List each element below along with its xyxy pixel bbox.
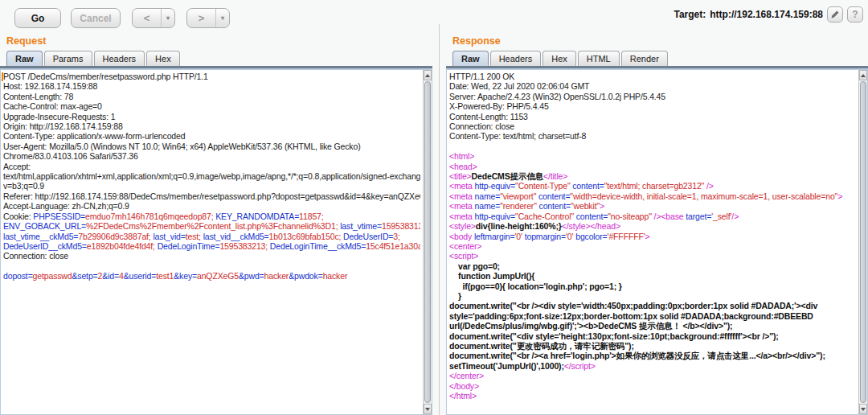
chevron-down-icon: ▾ <box>221 15 224 22</box>
request-scrollbar-thumb[interactable] <box>424 81 431 403</box>
code-line: function JumpUrl(){ <box>449 271 856 281</box>
code-line: last_vtime__ckMd5=7b29906d9c3887af; last… <box>3 232 420 241</box>
code-line: dopost=getpasswd&setp=2&id=4&userid=test… <box>3 271 420 281</box>
panel-divider[interactable] <box>439 24 440 415</box>
code-line: text/html,application/xhtml+xml,applicat… <box>3 171 420 181</box>
code-line: setTimeout('JumpUrl()',1000);</script> <box>449 361 856 371</box>
burp-repeater-window: Go Cancel < ▾ > ▾ Target: http://192.168… <box>0 0 868 415</box>
code-line: Accept: <box>3 162 420 171</box>
question-mark-icon: ? <box>852 9 858 20</box>
help-button[interactable]: ? <box>847 6 863 23</box>
code-line: DedeUserID__ckMd5=e1892b04fde4fd4f; Dede… <box>3 241 420 251</box>
request-editor[interactable]: POST /DedeCms/member/resetpassword.php H… <box>0 68 432 415</box>
code-line: <title>DedeCMS提示信息</title> <box>449 171 856 181</box>
code-line: document.write("<br /><a href='login.php… <box>449 351 856 360</box>
back-button[interactable]: < <box>133 9 161 27</box>
request-raw-text[interactable]: POST /DedeCms/member/resetpassword.php H… <box>3 72 420 413</box>
pencil-icon <box>830 10 840 19</box>
code-line: Origin: http://192.168.174.159:88 <box>3 121 420 131</box>
code-line: <meta http-equiv="Cache-Control" content… <box>449 212 856 221</box>
forward-split-button: > ▾ <box>186 8 230 28</box>
code-line: POST /DedeCms/member/resetpassword.php H… <box>3 72 420 81</box>
code-line: Upgrade-Insecure-Requests: 1 <box>3 112 420 121</box>
target-url: http://192.168.174.159:88 <box>710 9 823 20</box>
code-line: } <box>449 291 856 301</box>
code-line <box>3 261 420 271</box>
code-line: Cookie: PHPSESSID=emduo7mh146h781q6mqeed… <box>3 212 420 221</box>
tab-raw[interactable]: Raw <box>452 51 489 67</box>
code-line: Content-Type: text/html; charset=utf-8 <box>449 131 856 141</box>
tab-html[interactable]: HTML <box>578 51 620 67</box>
response-raw-text[interactable]: HTTP/1.1 200 OKDate: Wed, 22 Jul 2020 02… <box>449 72 856 413</box>
code-line: document.write("<div style='height:130px… <box>449 331 856 341</box>
code-line: Date: Wed, 22 Jul 2020 02:06:04 GMT <box>449 81 856 91</box>
scroll-down-icon[interactable] <box>424 404 432 414</box>
scroll-up-icon[interactable] <box>859 70 867 80</box>
code-line: if(pgo==0){ location='login.php'; pgo=1;… <box>449 281 856 291</box>
code-line: <meta name="renderer" content="webkit"> <box>449 201 856 211</box>
code-line: <center> <box>449 241 856 251</box>
code-line: document.write("<br /><div style='width:… <box>449 301 856 310</box>
tab-headers[interactable]: Headers <box>94 51 145 67</box>
tab-hex[interactable]: Hex <box>542 51 576 67</box>
tab-params[interactable]: Params <box>44 51 92 67</box>
code-line: HTTP/1.1 200 OK <box>449 72 856 81</box>
back-split-button: < ▾ <box>132 8 175 28</box>
tab-render[interactable]: Render <box>621 51 668 67</box>
cancel-button[interactable]: Cancel <box>71 8 121 28</box>
edit-target-button[interactable] <box>827 6 843 23</box>
forward-button[interactable]: > <box>187 9 215 27</box>
code-line: Server: Apache/2.4.23 (Win32) OpenSSL/1.… <box>449 92 856 101</box>
code-line <box>449 142 856 151</box>
code-line: <body leftmargin='0' topmargin='0' bgcol… <box>449 232 856 241</box>
code-line: <html> <box>449 151 856 161</box>
code-line: v=b3;q=0.9 <box>3 181 420 191</box>
code-line: Chrome/83.0.4103.106 Safari/537.36 <box>3 151 420 161</box>
code-line: url(/DedeCms/plus/img/wbg.gif)';'><b>Ded… <box>449 321 856 331</box>
code-line: style='padding:6px;font-size:12px;border… <box>449 311 856 321</box>
code-line: </body> <box>449 381 856 391</box>
code-line: Connection: close <box>449 121 856 131</box>
target-bar: Target: http://192.168.174.159:88 ? <box>674 6 863 23</box>
code-line: Accept-Language: zh-CN,zh;q=0.9 <box>3 201 420 211</box>
code-line: Referer: http://192.168.174.159:88/DedeC… <box>3 191 420 201</box>
code-line: var pgo=0; <box>449 261 856 271</box>
code-line: Host: 192.168.174.159:88 <box>3 81 420 91</box>
code-line: <head> <box>449 162 856 171</box>
tab-headers[interactable]: Headers <box>490 51 542 67</box>
response-scrollbar-thumb[interactable] <box>860 81 866 403</box>
response-scrollbar[interactable] <box>858 70 867 414</box>
code-line: </html> <box>449 391 856 401</box>
code-line: Connection: close <box>3 251 420 261</box>
code-line: X-Powered-By: PHP/5.4.45 <box>449 101 856 111</box>
tab-raw[interactable]: Raw <box>6 51 43 67</box>
repeater-toolbar: Go Cancel < ▾ > ▾ Target: http://192.168… <box>0 0 868 35</box>
code-line: <script> <box>449 251 856 261</box>
go-button[interactable]: Go <box>14 8 61 28</box>
code-line: <style>div{line-height:160%;}</style></h… <box>449 221 856 231</box>
code-line: Content-Length: 78 <box>3 92 420 101</box>
request-tabs: RawParamsHeadersHex <box>6 47 182 66</box>
response-tabs: RawHeadersHexHTMLRender <box>452 47 669 66</box>
code-line: document.write("更改密码成功，请牢记新密码"); <box>449 341 856 351</box>
request-scrollbar[interactable] <box>423 70 432 414</box>
response-editor[interactable]: HTTP/1.1 200 OKDate: Wed, 22 Jul 2020 02… <box>446 68 868 415</box>
scroll-down-icon[interactable] <box>859 404 867 414</box>
code-line: <meta name="viewport" content="width=dev… <box>449 191 856 201</box>
target-label: Target: <box>674 9 706 20</box>
scroll-up-icon[interactable] <box>424 70 432 80</box>
code-line: </center> <box>449 371 856 380</box>
code-line: <meta http-equiv="Content-Type" content=… <box>449 181 856 191</box>
response-title: Response <box>452 35 501 47</box>
chevron-down-icon: ▾ <box>166 15 170 22</box>
code-line: Cache-Control: max-age=0 <box>3 101 420 111</box>
forward-dropdown-button[interactable]: ▾ <box>215 9 229 27</box>
request-title: Request <box>6 35 46 47</box>
back-dropdown-button[interactable]: ▾ <box>161 9 174 27</box>
code-line: ENV_GOBACK_URL=%2FDedeCms%2Fmember%2Fcon… <box>3 221 420 231</box>
code-line: Content-Type: application/x-www-form-url… <box>3 131 420 141</box>
code-line: User-Agent: Mozilla/5.0 (Windows NT 10.0… <box>3 142 420 151</box>
tab-hex[interactable]: Hex <box>146 51 180 67</box>
code-line: Content-Length: 1153 <box>449 112 856 121</box>
